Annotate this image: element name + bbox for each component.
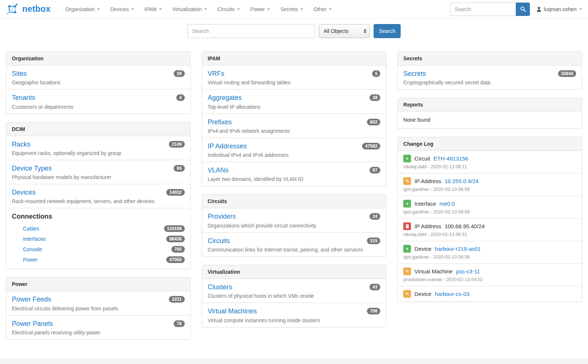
list-item-aggregates: Aggregates38Top-level IP allocations [202, 90, 386, 114]
count-badge: 24 [370, 213, 380, 220]
link-device-types[interactable]: Device Types [12, 164, 52, 173]
changelog-object-type: Interface [414, 200, 436, 207]
caret-down-icon [131, 9, 134, 10]
changelog-entry-meta: igor.gardiner - 2020-02-13 08:59 [403, 209, 576, 215]
changelog-entry: ✎Deviceharbour-cs-03 [398, 286, 582, 301]
caret-down-icon [204, 9, 207, 10]
nav-item-organization[interactable]: Organization [60, 1, 105, 18]
count-badge: 47055 [166, 256, 184, 263]
navbar-search-input[interactable] [450, 3, 516, 16]
hero-search-button[interactable]: Search [374, 24, 400, 38]
panel-organization: OrganizationSites39Geographic locationsT… [6, 51, 191, 114]
item-description: Cryptographically secured secret data [403, 80, 576, 85]
changelog-entry-title: ✎Deviceharbour-cs-03 [403, 290, 576, 298]
count-badge: 14032 [166, 189, 184, 196]
list-item-device-types: Device Types65Physical hardware models b… [6, 160, 190, 184]
panel-empty-text: None found [398, 112, 582, 128]
select-stepper-icon [364, 29, 367, 33]
panel-dcim: DCIMRacks2149Equipment racks, optionally… [6, 122, 191, 269]
item-description: Customers or departments [12, 104, 185, 110]
link-tenants[interactable]: Tenants [12, 93, 35, 102]
link-aggregates[interactable]: Aggregates [208, 93, 242, 102]
link-virtual-machines[interactable]: Virtual Machines [208, 307, 257, 316]
count-badge: 47582 [362, 143, 380, 149]
count-badge: 38 [370, 94, 380, 101]
item-description: Electrical circuits delivering power fro… [12, 306, 185, 311]
connection-row-interfaces: Interfaces86438 [12, 234, 185, 244]
nav-item-devices[interactable]: Devices [105, 1, 139, 18]
trash-icon [403, 222, 411, 230]
count-badge: 134198 [164, 225, 185, 232]
plus-icon: + [403, 245, 411, 253]
caret-down-icon [97, 9, 100, 10]
username: luqman.cohen [544, 6, 577, 12]
link-vrfs[interactable]: VRFs [208, 69, 224, 78]
nav-item-label: Virtualization [172, 6, 202, 12]
changelog-object-type: Device [414, 291, 431, 297]
nav-item-circuits[interactable]: Circuits [212, 1, 245, 18]
hero-search-input[interactable] [187, 24, 315, 38]
panel-heading: Circuits [202, 195, 386, 208]
navbar-search-button[interactable] [516, 3, 530, 16]
nav-item-ipam[interactable]: IPAM [139, 1, 167, 18]
list-item-racks: Racks2149Equipment racks, optionally org… [6, 136, 190, 160]
link-racks[interactable]: Racks [12, 140, 30, 149]
link-circuits[interactable]: Circuits [208, 236, 230, 245]
nav-menu: OrganizationDevicesIPAMVirtualizationCir… [60, 1, 337, 18]
count-badge: 5 [372, 70, 381, 77]
nav-item-label: IPAM [144, 6, 157, 12]
link-clusters[interactable]: Clusters [208, 283, 232, 291]
changelog-entry: +Deviceharbour-r219-as01igor.gardiner - … [398, 241, 582, 264]
changelog-object-link[interactable]: ETH-4813156 [434, 155, 468, 162]
link-prefixes[interactable]: Prefixes [208, 118, 232, 127]
link-providers[interactable]: Providers [208, 212, 236, 221]
list-item-vrfs: VRFs5Virtual routing and forwarding tabl… [202, 65, 386, 90]
changelog-entry-title: ✎Virtual Machinepss-c3-11 [403, 267, 576, 275]
panel-heading: IPAM [202, 52, 386, 65]
changelog-object-type: Circuit [414, 155, 430, 162]
item-description: Clusters of physical hosts in which VMs … [208, 293, 381, 299]
count-badge: 65 [174, 165, 184, 172]
netbox-brand[interactable]: netbox [6, 4, 51, 15]
caret-down-icon [237, 9, 240, 10]
list-item-ip-addresses: IP Addresses47582Individual IPv4 and IPv… [202, 138, 386, 162]
link-cables[interactable]: Cables [23, 226, 39, 232]
nav-item-label: Circuits [217, 6, 235, 12]
nav-item-secrets[interactable]: Secrets [275, 1, 308, 18]
link-console[interactable]: Console [23, 246, 42, 252]
column-3: SecretsSecrets16844Cryptographically sec… [397, 51, 582, 310]
changelog-entry: IP Address100.66.95.40/24nikolaj.dahl - … [398, 219, 582, 241]
link-interfaces[interactable]: Interfaces [23, 236, 46, 242]
connection-row-power: Power47055 [12, 255, 185, 265]
link-devices[interactable]: Devices [12, 188, 36, 197]
link-vlans[interactable]: VLANs [208, 166, 228, 175]
panel-ipam: IPAMVRFs5Virtual routing and forwarding … [202, 51, 387, 186]
changelog-object-link[interactable]: pss-c3-11 [456, 268, 480, 274]
link-ip-addresses[interactable]: IP Addresses [208, 142, 247, 151]
nav-item-label: Other [314, 6, 327, 12]
link-secrets[interactable]: Secrets [403, 69, 426, 78]
count-badge: 78 [174, 320, 184, 327]
item-description: Organizations which provide circuit conn… [208, 223, 381, 229]
panel-heading: DCIM [6, 122, 190, 136]
changelog-object-link[interactable]: 10.255.0.4/24 [445, 178, 479, 184]
user-menu[interactable]: luqman.cohen [537, 6, 582, 12]
changelog-entry: +Interfaceme0.0igor.gardiner - 2020-02-1… [398, 196, 582, 219]
item-description: Virtual compute instances running inside… [208, 317, 381, 323]
link-sites[interactable]: Sites [12, 69, 27, 78]
list-item-prefixes: Prefixes602IPv4 and IPv6 network assignm… [202, 114, 386, 138]
nav-item-virtualization[interactable]: Virtualization [167, 1, 212, 18]
caret-down-icon [267, 9, 270, 10]
link-power[interactable]: Power [23, 257, 38, 263]
nav-item-other[interactable]: Other [308, 1, 337, 18]
changelog-object-link[interactable]: harbour-cs-03 [435, 291, 469, 297]
list-item-providers: Providers24Organizations which provide c… [202, 208, 386, 232]
nav-item-power[interactable]: Power [245, 1, 275, 18]
changelog-object-link[interactable]: harbour-r219-as01 [435, 246, 481, 252]
changelog-object-link[interactable]: me0.0 [440, 200, 455, 207]
panel-heading: Virtualization [202, 265, 386, 279]
search-scope-select[interactable]: All Objects [319, 24, 370, 38]
link-power-panels[interactable]: Power Panels [12, 319, 53, 328]
panel-heading: Power [6, 277, 190, 291]
link-power-feeds[interactable]: Power Feeds [12, 295, 51, 304]
